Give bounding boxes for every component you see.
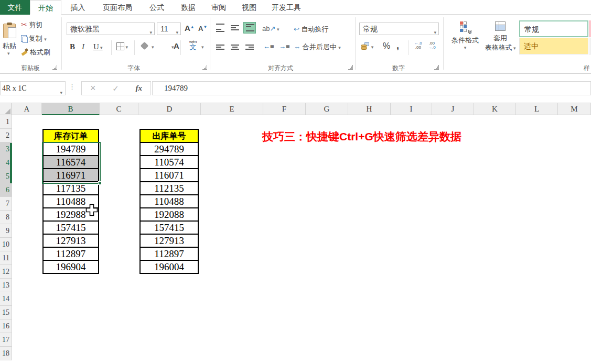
column-header-F[interactable]: F — [263, 103, 306, 115]
tab-page-layout[interactable]: 页面布局 — [94, 0, 141, 15]
tab-insert[interactable]: 插入 — [61, 0, 94, 15]
row-header-15[interactable]: 15 — [0, 306, 12, 319]
increase-indent-button[interactable]: →≡ — [279, 42, 290, 50]
top-align-button[interactable] — [214, 22, 227, 34]
row-header-12[interactable]: 12 — [0, 265, 12, 279]
font-dialog-launcher[interactable] — [202, 65, 207, 70]
fill-color-arrow[interactable]: ▾ — [152, 45, 154, 50]
align-left-button[interactable] — [214, 41, 227, 53]
column-header-M[interactable]: M — [558, 103, 591, 115]
name-box[interactable]: 4R x 1C ▾ — [0, 81, 66, 95]
cell[interactable]: 112897 — [139, 247, 199, 261]
enter-icon[interactable]: ✓ — [112, 84, 119, 93]
formula-bar-grip[interactable]: ⋮ — [69, 83, 76, 91]
name-box-dropdown-icon[interactable]: ▾ — [60, 86, 62, 100]
font-name-combo[interactable]: 微软雅黑 ▾ — [67, 23, 155, 35]
column-header-G[interactable]: G — [306, 103, 348, 115]
cell[interactable]: 110574 — [139, 155, 199, 169]
row-header-18[interactable]: 18 — [0, 347, 12, 360]
number-format-combo[interactable]: 常规 ▾ — [359, 23, 439, 35]
tab-view[interactable]: 视图 — [234, 0, 264, 15]
select-all-corner[interactable] — [0, 103, 12, 115]
accounting-format-button[interactable]: ▾ — [361, 42, 373, 50]
font-color-arrow[interactable]: ▾ — [171, 45, 174, 50]
bottom-align-button[interactable] — [243, 22, 256, 34]
cell-style-neutral[interactable]: 适中 — [519, 38, 588, 54]
cut-button[interactable]: ✂ 剪切 — [21, 20, 42, 30]
increase-decimal-button[interactable]: ←.0 .00 — [414, 41, 422, 50]
number-dialog-launcher[interactable] — [434, 65, 439, 70]
tab-file[interactable]: 文件 — [0, 0, 30, 15]
format-as-table-button[interactable]: 套用 表格格式 ▾ — [483, 21, 517, 52]
cell[interactable]: 196904 — [42, 260, 99, 274]
row-header-9[interactable]: 9 — [0, 224, 12, 238]
column-header-D[interactable]: D — [138, 103, 201, 115]
row-header-11[interactable]: 11 — [0, 251, 12, 265]
cell[interactable]: 294789 — [139, 142, 199, 156]
table-header[interactable]: 库存订单 — [42, 129, 99, 143]
row-header-6[interactable]: 6 — [0, 183, 12, 197]
copy-button[interactable]: 复制 ▾ — [21, 34, 47, 43]
column-header-C[interactable]: C — [100, 103, 138, 115]
tab-formulas[interactable]: 公式 — [141, 0, 173, 15]
phonetic-button[interactable]: wén 文 — [187, 39, 199, 50]
cell[interactable]: 157415 — [42, 220, 99, 235]
cell[interactable]: 116071 — [139, 168, 199, 182]
clipboard-dialog-launcher[interactable] — [52, 65, 57, 70]
row-header-2[interactable]: 2 — [0, 129, 12, 142]
tab-home[interactable]: 开始 — [30, 0, 61, 15]
cell[interactable]: 112135 — [139, 181, 199, 195]
percent-style-button[interactable]: % — [383, 41, 390, 51]
column-header-A[interactable]: A — [12, 103, 42, 115]
align-right-button[interactable] — [243, 41, 256, 53]
cell-style-bad-sliver[interactable] — [589, 20, 591, 37]
table-header[interactable]: 出库单号 — [139, 129, 199, 143]
column-header-J[interactable]: J — [432, 103, 474, 115]
bold-button[interactable]: B — [70, 42, 75, 51]
cancel-icon[interactable]: × — [90, 83, 96, 94]
row-header-16[interactable]: 16 — [0, 319, 12, 333]
row-header-13[interactable]: 13 — [0, 279, 12, 292]
column-header-H[interactable]: H — [348, 103, 391, 115]
column-header-E[interactable]: E — [201, 103, 263, 115]
phonetic-arrow[interactable]: ▾ — [201, 45, 204, 50]
cell-style-sliver[interactable] — [589, 38, 591, 54]
cell[interactable]: 196004 — [139, 260, 199, 274]
column-header-L[interactable]: L — [516, 103, 558, 115]
fill-handle[interactable] — [98, 181, 102, 185]
tab-data[interactable]: 数据 — [173, 0, 203, 15]
decrease-decimal-button[interactable]: .00 →.0 — [428, 41, 436, 50]
tab-developer[interactable]: 开发工具 — [264, 0, 308, 15]
conditional-formatting-button[interactable]: ≠ 条件格式 ▾ — [450, 21, 480, 50]
row-header-1[interactable]: 1 — [0, 115, 12, 129]
row-header-17[interactable]: 17 — [0, 333, 12, 347]
align-center-button[interactable] — [229, 41, 241, 53]
alignment-dialog-launcher[interactable] — [348, 65, 353, 70]
column-header-I[interactable]: I — [391, 103, 432, 115]
middle-align-button[interactable] — [229, 22, 241, 34]
grow-font-button[interactable]: A▲ — [185, 24, 195, 32]
tab-review[interactable]: 审阅 — [203, 0, 234, 15]
column-header-K[interactable]: K — [474, 103, 516, 115]
underline-button[interactable]: U ▾ — [93, 42, 103, 51]
cell[interactable]: 157415 — [139, 220, 199, 235]
cell[interactable]: 127913 — [139, 234, 199, 248]
italic-button[interactable]: I — [82, 42, 84, 51]
borders-button[interactable]: ▾ — [116, 42, 128, 50]
row-header-8[interactable]: 8 — [0, 211, 12, 224]
merge-center-button[interactable]: ⇔ 合并后居中 ▾ — [294, 42, 341, 52]
fill-color-button[interactable] — [139, 42, 149, 50]
row-header-7[interactable]: 7 — [0, 197, 12, 211]
cell[interactable]: 192088 — [139, 207, 199, 222]
formula-bar-input[interactable]: 194789 — [152, 81, 591, 95]
wrap-text-button[interactable]: ↩ 自动换行 — [294, 25, 329, 34]
cell[interactable]: 112897 — [42, 247, 99, 261]
format-painter-button[interactable]: 格式刷 — [21, 48, 50, 57]
row-header-14[interactable]: 14 — [0, 292, 12, 306]
decrease-indent-button[interactable]: ←≡ — [263, 42, 274, 50]
cell[interactable]: 127913 — [42, 234, 99, 248]
cell-style-normal[interactable]: 常规 — [519, 20, 588, 37]
column-header-B[interactable]: B — [42, 103, 100, 115]
orientation-button[interactable]: ab↗ ▾ — [262, 25, 279, 32]
comma-style-button[interactable]: , — [396, 40, 399, 51]
